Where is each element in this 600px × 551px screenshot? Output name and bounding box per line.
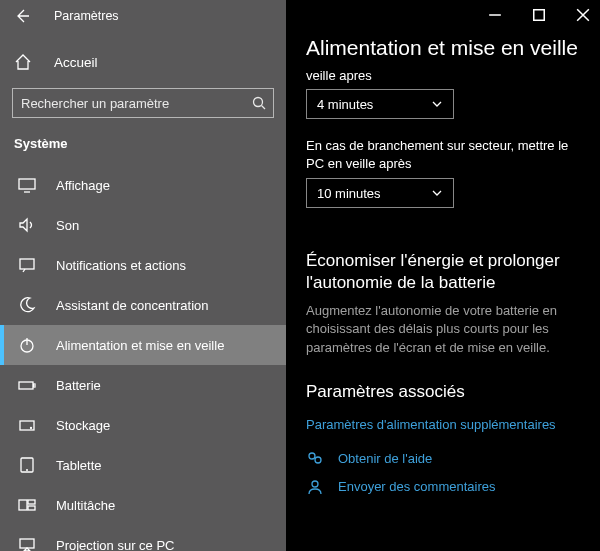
sidebar-item-label: Alimentation et mise en veille <box>56 338 224 353</box>
sidebar-item-battery[interactable]: Batterie <box>0 365 286 405</box>
window-controls <box>286 0 600 30</box>
main-panel: Alimentation et mise en veille veille ap… <box>286 0 600 551</box>
search-icon <box>252 96 266 110</box>
search-wrap <box>12 88 274 118</box>
search-input[interactable] <box>12 88 274 118</box>
sidebar-item-notifications[interactable]: Notifications et actions <box>0 245 286 285</box>
svg-rect-9 <box>19 500 27 510</box>
svg-rect-1 <box>19 179 35 189</box>
sidebar-item-label: Notifications et actions <box>56 258 186 273</box>
notifications-icon <box>18 256 36 274</box>
additional-power-link[interactable]: Paramètres d'alimentation supplémentaire… <box>306 417 556 432</box>
battery-icon <box>18 376 36 394</box>
sound-icon <box>18 216 36 234</box>
sidebar-item-multitask[interactable]: Multitâche <box>0 485 286 525</box>
sidebar-item-label: Tablette <box>56 458 102 473</box>
svg-point-15 <box>315 457 321 463</box>
sidebar-item-label: Stockage <box>56 418 110 433</box>
feedback-label: Envoyer des commentaires <box>338 479 496 494</box>
help-icon <box>306 450 324 468</box>
svg-rect-4 <box>19 382 33 389</box>
settings-sidebar: Paramètres Accueil Système Affichage Son… <box>0 0 286 551</box>
sidebar-item-projection[interactable]: Projection sur ce PC <box>0 525 286 551</box>
sidebar-item-label: Projection sur ce PC <box>56 538 175 552</box>
save-energy-desc: Augmentez l'autonomie de votre batterie … <box>306 302 580 357</box>
svg-point-16 <box>312 481 318 487</box>
feedback-link[interactable]: Envoyer des commentaires <box>306 478 580 496</box>
sidebar-item-label: Multitâche <box>56 498 115 513</box>
sidebar-titlebar: Paramètres <box>0 0 286 32</box>
sleep-plugged-select[interactable]: 10 minutes <box>306 178 454 208</box>
sleep-battery-label-truncated: veille apres <box>306 68 580 83</box>
sidebar-item-label: Son <box>56 218 79 233</box>
select-value: 10 minutes <box>317 186 381 201</box>
chevron-down-icon <box>431 98 443 110</box>
close-icon[interactable] <box>576 8 590 22</box>
svg-point-0 <box>254 98 263 107</box>
sidebar-item-focus[interactable]: Assistant de concentration <box>0 285 286 325</box>
get-help-label: Obtenir de l'aide <box>338 451 432 466</box>
svg-rect-12 <box>20 539 34 548</box>
sidebar-item-power[interactable]: Alimentation et mise en veille <box>0 325 286 365</box>
svg-rect-11 <box>28 506 35 510</box>
tablet-icon <box>18 456 36 474</box>
power-icon <box>18 336 36 354</box>
home-label: Accueil <box>54 55 98 70</box>
sidebar-item-label: Batterie <box>56 378 101 393</box>
svg-point-7 <box>31 428 32 429</box>
feedback-icon <box>306 478 324 496</box>
storage-icon <box>18 416 36 434</box>
window-title: Paramètres <box>54 9 119 23</box>
back-icon[interactable] <box>14 8 30 24</box>
get-help-link[interactable]: Obtenir de l'aide <box>306 450 580 468</box>
svg-rect-2 <box>20 259 34 269</box>
display-icon <box>18 176 36 194</box>
sleep-battery-select[interactable]: 4 minutes <box>306 89 454 119</box>
page-title: Alimentation et mise en veille <box>306 36 580 60</box>
select-value: 4 minutes <box>317 97 373 112</box>
sidebar-item-label: Affichage <box>56 178 110 193</box>
multitask-icon <box>18 496 36 514</box>
svg-point-14 <box>309 453 315 459</box>
projection-icon <box>18 536 36 551</box>
minimize-icon[interactable] <box>488 8 502 22</box>
svg-rect-13 <box>534 10 545 21</box>
related-settings-title: Paramètres associés <box>306 381 580 403</box>
home-icon <box>14 53 32 71</box>
maximize-icon[interactable] <box>532 8 546 22</box>
svg-rect-10 <box>28 500 35 504</box>
moon-icon <box>18 296 36 314</box>
sidebar-item-label: Assistant de concentration <box>56 298 208 313</box>
save-energy-title: Économiser l'énergie et prolonger l'auto… <box>306 250 580 294</box>
sidebar-item-storage[interactable]: Stockage <box>0 405 286 445</box>
sleep-plugged-label: En cas de branchement sur secteur, mettr… <box>306 137 580 172</box>
sidebar-group-title: Système <box>0 130 286 165</box>
sidebar-item-tablet[interactable]: Tablette <box>0 445 286 485</box>
sidebar-home[interactable]: Accueil <box>0 44 286 80</box>
main-content: Alimentation et mise en veille veille ap… <box>286 30 600 496</box>
sidebar-item-affichage[interactable]: Affichage <box>0 165 286 205</box>
sidebar-item-son[interactable]: Son <box>0 205 286 245</box>
sidebar-items: Affichage Son Notifications et actions A… <box>0 165 286 551</box>
svg-rect-5 <box>34 384 36 387</box>
chevron-down-icon <box>431 187 443 199</box>
